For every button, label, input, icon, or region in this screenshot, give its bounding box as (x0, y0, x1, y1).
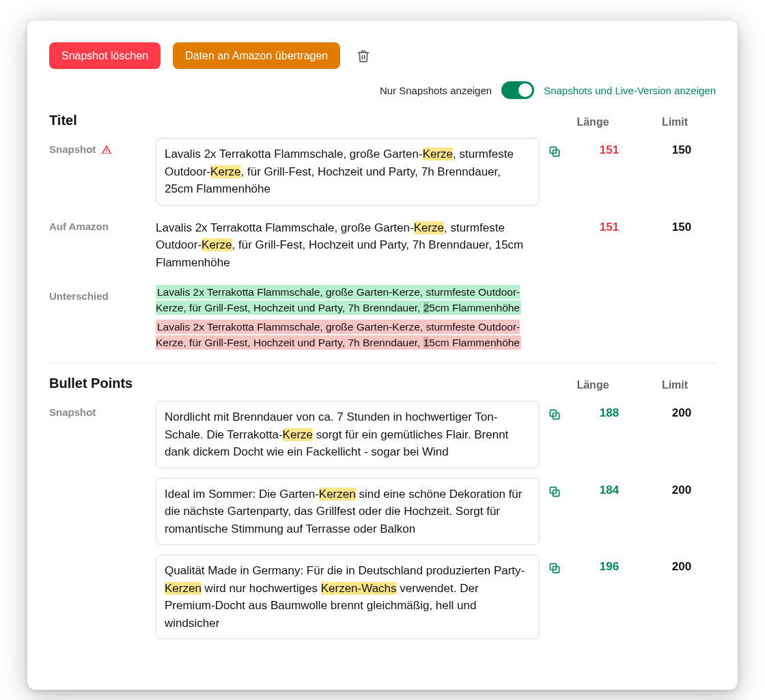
column-length-header-2: Länge (552, 379, 634, 391)
bullet-length: 188 (575, 401, 643, 420)
bullet-snapshot-row: Qualität Made in Germany: Für die in Deu… (49, 555, 716, 639)
warning-icon (101, 144, 112, 155)
delete-snapshot-button[interactable]: Snapshot löschen (49, 42, 161, 69)
bullet-snapshot-field[interactable]: Nordlicht mit Brenndauer von ca. 7 Stund… (156, 401, 540, 468)
row-label-difference: Unterschied (49, 285, 152, 302)
title-amazon-limit: 150 (648, 215, 716, 234)
title-diff-row: Unterschied Lavalis 2x Terrakotta Flamms… (49, 285, 716, 350)
toggle-option-snapshots-only[interactable]: Nur Snapshots anzeigen (380, 85, 492, 96)
copy-icon (548, 561, 561, 575)
title-amazon-text: Lavalis 2x Terrakotta Flammschale, große… (156, 215, 540, 276)
copy-title-snapshot-button[interactable] (544, 141, 571, 163)
copy-icon (548, 485, 561, 499)
column-length-header: Länge (552, 116, 634, 128)
copy-icon (548, 145, 561, 158)
view-toggle-switch[interactable] (501, 81, 534, 99)
title-amazon-length: 151 (575, 215, 643, 234)
editor-card: Snapshot löschen Daten an Amazon übertra… (27, 20, 738, 690)
toggle-option-snapshots-and-live[interactable]: Snapshots und Live-Version anzeigen (544, 85, 716, 96)
copy-bullet-button[interactable] (544, 557, 571, 579)
copy-icon (548, 408, 561, 421)
row-label-amazon: Auf Amazon (49, 215, 152, 232)
bullet-section-header: Bullet Points Länge Limit (49, 376, 716, 391)
title-section-header: Titel Länge Limit (49, 113, 716, 128)
bullet-limit: 200 (648, 401, 716, 420)
bullet-snapshot-row: SnapshotNordlicht mit Brenndauer von ca.… (49, 401, 716, 468)
title-heading: Titel (49, 113, 552, 128)
title-diff-content: Lavalis 2x Terrakotta Flammschale, große… (156, 285, 540, 350)
bullet-length: 184 (575, 478, 643, 497)
top-actions: Snapshot löschen Daten an Amazon übertra… (49, 42, 716, 69)
bullet-snapshot-row: Ideal im Sommer: Die Garten-Kerzen sind … (49, 478, 716, 546)
row-label-snapshot: Snapshot (49, 138, 152, 155)
view-toggle-row: Nur Snapshots anzeigen Snapshots und Liv… (49, 81, 716, 99)
row-label-snapshot (49, 478, 152, 484)
title-amazon-row: Auf Amazon Lavalis 2x Terrakotta Flammsc… (49, 215, 716, 276)
title-snapshot-length: 151 (575, 138, 643, 157)
bullet-rows-container: SnapshotNordlicht mit Brenndauer von ca.… (49, 401, 716, 639)
copy-bullet-button[interactable] (544, 481, 571, 503)
column-limit-header: Limit (634, 116, 716, 128)
row-label-snapshot (49, 555, 152, 560)
column-limit-header-2: Limit (634, 379, 716, 391)
row-label-snapshot: Snapshot (49, 401, 152, 418)
diff-added-line: Lavalis 2x Terrakotta Flammschale, große… (156, 285, 521, 314)
title-snapshot-limit: 150 (648, 138, 716, 157)
bullet-snapshot-field[interactable]: Ideal im Sommer: Die Garten-Kerzen sind … (156, 478, 540, 546)
bullet-limit: 200 (648, 555, 716, 574)
title-snapshot-row: Snapshot Lavalis 2x Terrakotta Flammscha… (49, 138, 716, 206)
trash-icon-button[interactable] (352, 45, 374, 67)
title-snapshot-field[interactable]: Lavalis 2x Terrakotta Flammschale, große… (156, 138, 540, 206)
diff-removed-line: Lavalis 2x Terrakotta Flammschale, große… (156, 320, 521, 349)
copy-bullet-button[interactable] (544, 404, 571, 425)
bullet-length: 196 (575, 555, 643, 574)
section-divider (49, 363, 716, 363)
bullet-snapshot-field[interactable]: Qualität Made in Germany: Für die in Deu… (156, 555, 540, 639)
bullet-limit: 200 (648, 478, 716, 497)
transfer-amazon-button[interactable]: Daten an Amazon übertragen (173, 42, 340, 69)
bullet-heading: Bullet Points (49, 376, 552, 391)
trash-icon (357, 49, 370, 63)
